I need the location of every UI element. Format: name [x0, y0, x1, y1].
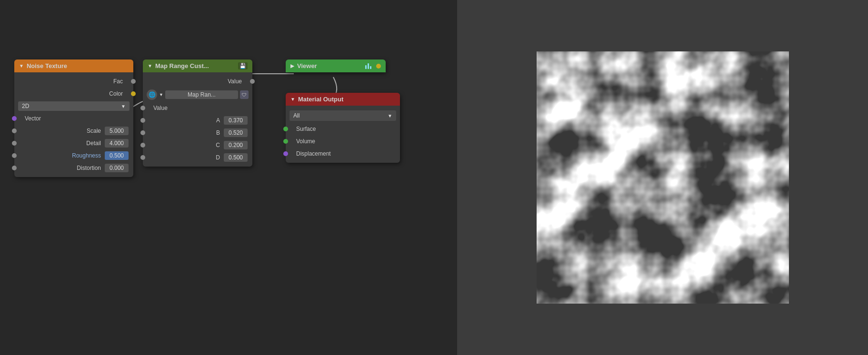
scale-label: Scale — [17, 128, 105, 134]
dimension-value: 2D — [22, 103, 29, 109]
fac-socket[interactable] — [131, 79, 136, 84]
collapse-arrow[interactable]: ▼ — [19, 63, 24, 69]
preview-panel — [457, 0, 868, 355]
c-value[interactable]: 0.200 — [224, 141, 248, 149]
detail-socket[interactable] — [12, 141, 17, 146]
d-row: D 0.500 — [143, 151, 252, 164]
map-range-node: ▼ Map Range Cust... 💾 Value 🌐 ▼ Map Ran.… — [143, 59, 252, 167]
preview-image — [537, 51, 789, 304]
viewer-header: ▶ Viewer — [286, 59, 386, 72]
viewer-bars — [365, 63, 371, 69]
distortion-socket[interactable] — [12, 166, 17, 170]
a-label: A — [146, 117, 224, 124]
a-socket[interactable] — [140, 118, 145, 123]
map-range-title: Map Range Cust... — [155, 62, 209, 69]
b-label: B — [146, 129, 224, 136]
noise-canvas — [537, 51, 789, 304]
vector-row: Vector — [14, 112, 133, 125]
distortion-label: Distortion — [17, 165, 105, 171]
a-row: A 0.370 — [143, 114, 252, 127]
viewer-output-socket[interactable] — [376, 64, 381, 69]
c-socket[interactable] — [140, 143, 145, 148]
value-input-socket[interactable] — [140, 106, 145, 110]
map-type-arrow[interactable]: ▼ — [159, 92, 163, 97]
value-output-label: Value — [148, 78, 246, 85]
color-socket[interactable] — [131, 91, 136, 96]
globe-icon[interactable]: 🌐 — [147, 89, 157, 100]
distortion-row: Distortion 0.000 — [14, 162, 133, 174]
all-dropdown-arrow: ▼ — [388, 113, 392, 118]
material-output-body: All ▼ Surface Volume Displacement — [286, 106, 400, 163]
save-icon-btn[interactable]: 💾 — [238, 62, 248, 69]
roughness-row: Roughness 0.500 — [14, 149, 133, 162]
displacement-socket[interactable] — [283, 151, 288, 156]
bar3 — [370, 66, 371, 69]
c-label: C — [146, 142, 224, 148]
volume-socket[interactable] — [283, 139, 288, 144]
all-dropdown-value: All — [293, 112, 299, 119]
volume-row: Volume — [286, 135, 400, 148]
color-label: Color — [19, 90, 127, 97]
node-editor: ▼ Noise Texture Fac Color 2D ▼ — [0, 0, 457, 355]
d-socket[interactable] — [140, 155, 145, 160]
dropdown-arrow: ▼ — [121, 104, 126, 109]
c-row: C 0.200 — [143, 139, 252, 151]
material-output-title: Material Output — [298, 96, 343, 103]
value-input-row: Value — [143, 102, 252, 114]
scale-socket[interactable] — [12, 128, 17, 133]
material-output-node: ▼ Material Output All ▼ Surface Volume — [286, 93, 400, 163]
b-row: B 0.520 — [143, 127, 252, 139]
surface-socket[interactable] — [283, 127, 288, 131]
b-value[interactable]: 0.520 — [224, 128, 248, 137]
noise-texture-node: ▼ Noise Texture Fac Color 2D ▼ — [14, 59, 133, 177]
bar1 — [365, 65, 367, 69]
all-dropdown[interactable]: All ▼ — [289, 110, 396, 121]
shield-icon[interactable]: 🛡 — [240, 90, 249, 99]
detail-value[interactable]: 4.000 — [105, 139, 129, 148]
volume-label: Volume — [289, 138, 395, 145]
scale-row: Scale 5.000 — [14, 125, 133, 137]
roughness-label: Roughness — [17, 152, 105, 159]
viewer-title: Viewer — [297, 62, 317, 69]
map-range-label-box[interactable]: Map Ran... — [165, 90, 238, 99]
color-output-row: Color — [14, 88, 133, 100]
material-output-header: ▼ Material Output — [286, 93, 400, 106]
map-range-body: Value 🌐 ▼ Map Ran... 🛡 Value A 0.370 — [143, 72, 252, 167]
dimension-dropdown-row[interactable]: 2D ▼ — [14, 100, 133, 112]
value-input-label: Value — [146, 105, 248, 111]
fac-output-row: Fac — [14, 75, 133, 88]
displacement-row: Displacement — [286, 148, 400, 160]
b-socket[interactable] — [140, 130, 145, 135]
map-range-controls: 🌐 ▼ Map Ran... 🛡 — [143, 88, 252, 102]
roughness-value[interactable]: 0.500 — [105, 151, 129, 160]
a-value[interactable]: 0.370 — [224, 116, 248, 125]
noise-texture-title: Noise Texture — [27, 62, 67, 69]
d-value[interactable]: 0.500 — [224, 153, 248, 162]
connections-svg — [0, 0, 457, 355]
dimension-dropdown[interactable]: 2D ▼ — [18, 101, 130, 111]
material-collapse[interactable]: ▼ — [290, 97, 295, 102]
vector-socket[interactable] — [12, 116, 17, 121]
viewer-collapse[interactable]: ▶ — [290, 63, 294, 69]
map-range-header: ▼ Map Range Cust... 💾 — [143, 59, 252, 72]
map-range-collapse[interactable]: ▼ — [148, 63, 152, 69]
scale-value[interactable]: 5.000 — [105, 127, 129, 135]
noise-texture-body: Fac Color 2D ▼ Vector — [14, 72, 133, 177]
distortion-value[interactable]: 0.000 — [105, 164, 129, 172]
noise-texture-header: ▼ Noise Texture — [14, 59, 133, 72]
viewer-node: ▶ Viewer — [286, 59, 386, 72]
bar2 — [368, 63, 369, 69]
value-output-row: Value — [143, 75, 252, 88]
d-label: D — [146, 154, 224, 161]
roughness-socket[interactable] — [12, 153, 17, 158]
value-output-socket[interactable] — [250, 79, 255, 84]
displacement-label: Displacement — [289, 150, 395, 157]
detail-label: Detail — [17, 140, 105, 147]
detail-row: Detail 4.000 — [14, 137, 133, 149]
surface-label: Surface — [289, 126, 395, 132]
vector-label: Vector — [17, 115, 129, 122]
fac-label: Fac — [19, 78, 127, 85]
map-range-header-icons: 💾 — [238, 62, 248, 69]
surface-row: Surface — [286, 123, 400, 135]
all-dropdown-row[interactable]: All ▼ — [286, 108, 400, 123]
